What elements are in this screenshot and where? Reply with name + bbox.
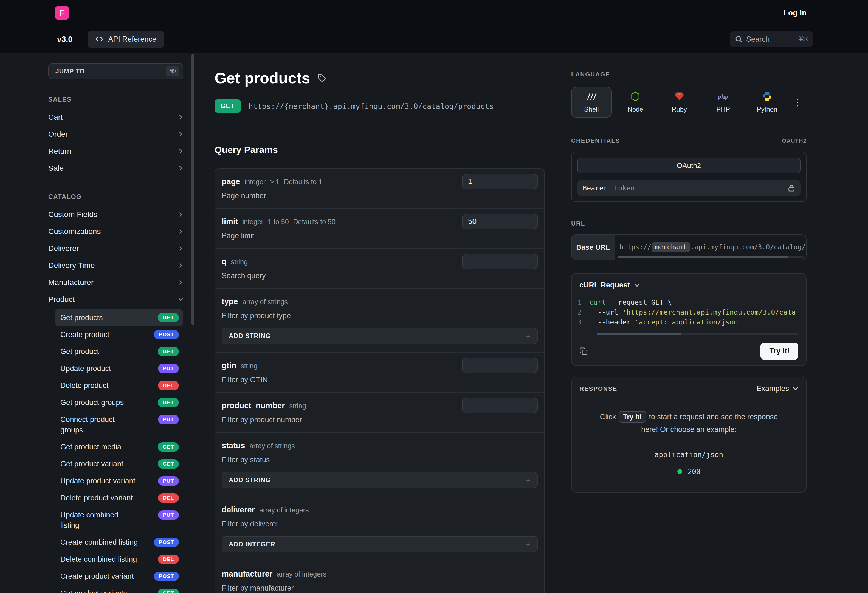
sidebar-item-label: Delete product variant bbox=[61, 493, 133, 503]
sidebar-scrollbar[interactable] bbox=[191, 53, 195, 593]
bearer-token-field[interactable]: Bearer token bbox=[577, 180, 800, 196]
scrollbar-thumb[interactable] bbox=[597, 333, 682, 335]
sidebar-item-customizations[interactable]: Customizations bbox=[48, 223, 183, 240]
sidebar-item-order[interactable]: Order bbox=[48, 126, 183, 143]
oauth2-scheme-button[interactable]: OAuth2 bbox=[577, 157, 800, 174]
language-python[interactable]: Python bbox=[747, 87, 787, 118]
sidebar-item-label: Delete combined listing bbox=[61, 554, 137, 565]
curl-request-toggle[interactable]: cURL Request bbox=[572, 281, 806, 289]
sidebar-item-label: Connect product groups bbox=[61, 414, 125, 435]
param-name: q bbox=[221, 257, 227, 266]
sidebar-item-delete-product-variant[interactable]: Delete product variantDEL bbox=[55, 489, 183, 506]
param-description: Filter by product type bbox=[221, 312, 538, 320]
base-url-scrollbar[interactable] bbox=[618, 256, 803, 258]
tag-icon[interactable] bbox=[317, 74, 326, 83]
param-default: Defaults to 50 bbox=[293, 218, 335, 226]
sidebar-item-get-product-variants[interactable]: Get product variantsGET bbox=[55, 585, 183, 593]
param-constraint: 1 to 50 bbox=[268, 218, 289, 226]
sidebar-item-manufacturer[interactable]: Manufacturer bbox=[48, 274, 183, 291]
sidebar-item-product[interactable]: Product bbox=[48, 291, 183, 308]
version-selector[interactable]: v3.0 bbox=[57, 35, 72, 44]
status-ok-dot bbox=[678, 469, 682, 474]
code-text: --header 'accept: application/json' bbox=[589, 317, 742, 327]
param-input-limit[interactable] bbox=[462, 214, 538, 229]
status-code: 200 bbox=[688, 468, 701, 476]
query-params-title: Query Params bbox=[214, 144, 545, 155]
chevron-right-icon bbox=[178, 132, 183, 137]
chevron-right-icon bbox=[178, 280, 183, 285]
sidebar-item-custom-fields[interactable]: Custom Fields bbox=[48, 206, 183, 223]
try-it-chip: Try It! bbox=[619, 411, 646, 422]
method-badge: GET bbox=[158, 589, 179, 593]
curl-scrollbar[interactable] bbox=[597, 333, 798, 335]
language-php[interactable]: phpPHP bbox=[703, 87, 744, 118]
topbar-row-2: v3.0 API Reference Search ⌘K bbox=[0, 26, 868, 53]
jump-to-button[interactable]: JUMP TO ⌘/ bbox=[48, 63, 183, 79]
language-ruby[interactable]: Ruby bbox=[659, 87, 700, 118]
sidebar-item-get-product-variant[interactable]: Get product variantGET bbox=[55, 455, 183, 472]
add-item-button[interactable]: ADD STRING+ bbox=[221, 472, 538, 489]
param-head: manufacturerarray of integers bbox=[221, 569, 538, 578]
language-label: Ruby bbox=[672, 106, 687, 113]
sidebar-item-get-product[interactable]: Get productGET bbox=[55, 343, 183, 360]
api-reference-tab[interactable]: API Reference bbox=[88, 31, 164, 48]
credentials-box: OAuth2 Bearer token bbox=[571, 152, 806, 202]
sidebar-item-label: Update product bbox=[61, 363, 111, 374]
sidebar-item-update-product[interactable]: Update productPUT bbox=[55, 360, 183, 377]
sidebar-item-sale[interactable]: Sale bbox=[48, 160, 183, 177]
response-status-row[interactable]: 200 bbox=[579, 468, 798, 476]
param-description: Page limit bbox=[221, 231, 538, 240]
add-item-button[interactable]: ADD STRING+ bbox=[221, 328, 538, 344]
sidebar-item-update-product-variant[interactable]: Update product variantPUT bbox=[55, 472, 183, 489]
param-description: Filter by product number bbox=[221, 416, 538, 424]
scrollbar-thumb[interactable] bbox=[192, 54, 194, 325]
topbar: F Log In v3.0 API Reference Search ⌘K bbox=[0, 0, 868, 53]
response-content-type[interactable]: application/json bbox=[579, 450, 798, 459]
language-node[interactable]: Node bbox=[615, 87, 655, 118]
method-badge: GET bbox=[158, 459, 179, 469]
plus-icon: + bbox=[526, 331, 531, 340]
method-badge: PUT bbox=[158, 510, 179, 519]
sidebar-item-label: Update combined listing bbox=[61, 510, 125, 531]
sidebar-item-get-product-groups[interactable]: Get product groupsGET bbox=[55, 394, 183, 411]
shell-icon bbox=[586, 91, 597, 102]
sidebar-item-get-product-media[interactable]: Get product mediaGET bbox=[55, 438, 183, 455]
param-input-product_number[interactable] bbox=[462, 398, 538, 413]
examples-dropdown[interactable]: Examples bbox=[756, 384, 798, 393]
method-badge: PUT bbox=[158, 476, 179, 486]
try-it-button[interactable]: Try It! bbox=[760, 343, 798, 360]
sidebar-item-delivery-time[interactable]: Delivery Time bbox=[48, 257, 183, 274]
param-default: Defaults to 1 bbox=[284, 178, 322, 186]
method-badge: GET bbox=[158, 442, 179, 452]
param-row-manufacturer: manufacturerarray of integersFilter by m… bbox=[215, 561, 544, 593]
param-description: Filter by deliverer bbox=[221, 520, 538, 528]
language-shell[interactable]: Shell bbox=[571, 87, 612, 118]
sidebar-item-label: Product bbox=[48, 295, 75, 304]
sidebar-item-connect-product-groups[interactable]: Connect product groupsPUT bbox=[55, 411, 183, 438]
sidebar-item-delete-combined-listing[interactable]: Delete combined listingDEL bbox=[55, 551, 183, 568]
sidebar-item-deliverer[interactable]: Deliverer bbox=[48, 240, 183, 257]
more-languages-icon[interactable]: ⋮ bbox=[788, 96, 806, 109]
merchant-variable-chip[interactable]: merchant bbox=[652, 242, 690, 252]
copy-icon[interactable] bbox=[579, 347, 588, 355]
search-input[interactable]: Search ⌘K bbox=[730, 31, 813, 47]
topbar-row-1: F Log In bbox=[0, 0, 868, 26]
method-badge: POST bbox=[154, 538, 179, 547]
param-input-gtin[interactable] bbox=[462, 358, 538, 373]
sidebar-item-get-products[interactable]: Get productsGET bbox=[55, 309, 183, 326]
sidebar-item-delete-product[interactable]: Delete productDEL bbox=[55, 377, 183, 394]
sidebar-item-update-combined-listing[interactable]: Update combined listingPUT bbox=[55, 506, 183, 534]
scrollbar-thumb[interactable] bbox=[618, 256, 788, 258]
sidebar-item-cart[interactable]: Cart bbox=[48, 109, 183, 126]
login-button[interactable]: Log In bbox=[784, 9, 806, 17]
sidebar-item-create-product-variant[interactable]: Create product variantPOST bbox=[55, 568, 183, 585]
sidebar-item-create-combined-listing[interactable]: Create combined listingPOST bbox=[55, 534, 183, 551]
param-input-page[interactable] bbox=[462, 174, 538, 189]
sidebar-item-return[interactable]: Return bbox=[48, 143, 183, 160]
sidebar-item-label: Delete product bbox=[61, 380, 109, 391]
sidebar-item-label: Get product bbox=[61, 346, 99, 357]
add-item-button[interactable]: ADD INTEGER+ bbox=[221, 536, 538, 552]
brand-logo[interactable]: F bbox=[55, 6, 69, 20]
sidebar-item-create-product[interactable]: Create productPOST bbox=[55, 326, 183, 343]
param-input-q[interactable] bbox=[462, 254, 538, 269]
